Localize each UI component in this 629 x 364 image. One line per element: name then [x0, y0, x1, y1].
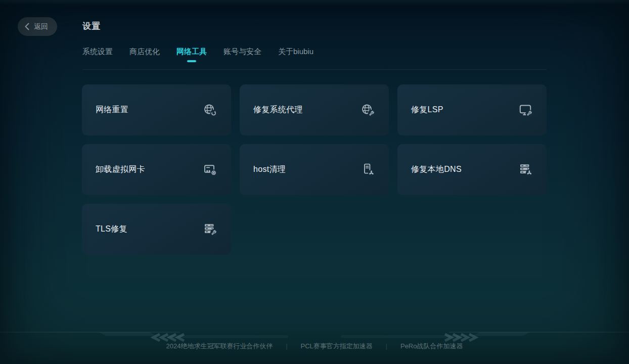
tab-about-biubiu[interactable]: 关于biubiu — [278, 47, 313, 62]
back-button[interactable]: 返回 — [18, 17, 57, 36]
tab-label: 商店优化 — [129, 47, 160, 57]
tool-card-fix-local-dns[interactable]: 修复本地DNS — [397, 144, 547, 195]
tool-card-fix-system-proxy[interactable]: 修复系统代理 — [240, 84, 389, 135]
footer-partners: 2024绝地求生冠军联赛行业合作伙伴|PCL赛事官方指定加速器|PeRo战队合作… — [0, 342, 629, 351]
partner-text: PeRo战队合作加速器 — [400, 342, 463, 351]
tab-label: 系统设置 — [82, 47, 113, 57]
tool-card-network-reset[interactable]: 网络重置 — [82, 84, 231, 135]
active-tab-underline — [187, 60, 196, 62]
tool-card-tls-repair[interactable]: TLS修复 — [82, 204, 231, 255]
tabs-divider — [82, 69, 547, 70]
top-edge-glow — [0, 0, 629, 5]
partner-text: PCL赛事官方指定加速器 — [301, 342, 373, 351]
tab-label: 账号与安全 — [223, 47, 261, 57]
partner-separator: | — [386, 343, 387, 350]
tab-label: 关于biubiu — [278, 47, 313, 57]
tool-card-label: 卸载虚拟网卡 — [96, 164, 145, 175]
back-button-label: 返回 — [34, 22, 48, 31]
tool-card-fix-lsp[interactable]: 修复LSP — [397, 84, 547, 135]
network-tools-grid: 网络重置修复系统代理修复LSP卸载虚拟网卡host清理修复本地DNSTLS修复 — [82, 84, 547, 255]
globe-refresh-icon — [203, 103, 217, 117]
server-wrench-icon — [203, 222, 217, 237]
tool-card-label: 修复本地DNS — [411, 164, 462, 175]
partner-text: 2024绝地求生冠军联赛行业合作伙伴 — [166, 342, 273, 351]
settings-window: 返回 设置 系统设置商店优化网络工具账号与安全关于biubiu 网络重置修复系统… — [0, 0, 629, 364]
chevron-left-icon — [24, 23, 30, 30]
tower-clean-icon — [361, 163, 375, 177]
tool-card-label: 修复系统代理 — [253, 105, 303, 115]
monitor-wrench-icon — [519, 103, 533, 117]
tool-card-label: TLS修复 — [96, 224, 127, 235]
left-chevrons-icon — [153, 334, 184, 341]
page-title: 设置 — [82, 20, 101, 32]
server-clean-icon — [519, 163, 533, 177]
tool-card-host-clean[interactable]: host清理 — [240, 144, 389, 195]
tab-label: 网络工具 — [176, 47, 207, 57]
tab-network-tools[interactable]: 网络工具 — [176, 47, 207, 62]
tab-store-optimization[interactable]: 商店优化 — [129, 47, 160, 62]
tool-card-label: 网络重置 — [96, 105, 128, 115]
nic-remove-icon — [203, 163, 217, 177]
tool-card-label: host清理 — [253, 164, 286, 175]
tool-card-uninstall-virtual-nic[interactable]: 卸载虚拟网卡 — [82, 144, 231, 195]
tabs: 系统设置商店优化网络工具账号与安全关于biubiu — [82, 47, 313, 62]
globe-wrench-icon — [361, 103, 375, 117]
tool-card-label: 修复LSP — [411, 105, 443, 115]
right-chevrons-icon — [445, 334, 476, 341]
tab-account-security[interactable]: 账号与安全 — [223, 47, 261, 62]
partner-separator: | — [286, 343, 287, 350]
tab-system-settings[interactable]: 系统设置 — [82, 47, 113, 62]
